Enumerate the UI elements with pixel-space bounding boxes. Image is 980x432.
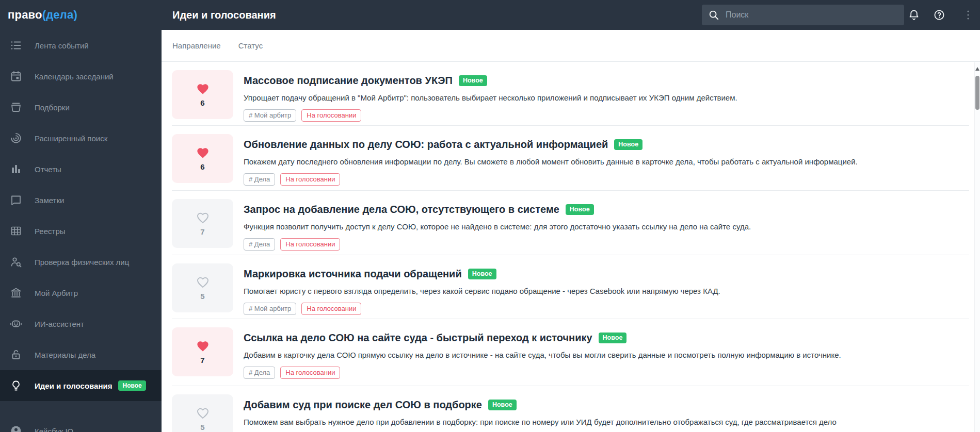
sidebar-item-label: Идеи и голосования xyxy=(35,381,112,390)
sidebar-item-label: Календарь заседаний xyxy=(35,72,114,81)
search-icon xyxy=(708,9,719,21)
scrollbar-thumb[interactable] xyxy=(975,76,979,110)
app-logo[interactable]: право(дела) xyxy=(0,0,162,30)
idea-description: Функция позволит получить доступ к делу … xyxy=(244,222,751,231)
vote-button[interactable]: 6 xyxy=(172,70,233,119)
vote-count: 7 xyxy=(200,356,204,364)
sidebar-item-ideas[interactable]: Идеи и голосованияНовое xyxy=(0,370,162,401)
ideas-icon xyxy=(10,379,22,392)
idea-title-row: Обновление данных по делу СОЮ: работа с … xyxy=(244,139,858,151)
vote-button[interactable]: 5 xyxy=(172,394,233,432)
collections-icon xyxy=(10,101,22,113)
calendar-icon xyxy=(10,70,22,82)
sidebar-item-label: Кейсбук IQ xyxy=(35,427,73,432)
feed-icon xyxy=(10,39,22,52)
idea-card[interactable]: 7Запрос на добавление дела СОЮ, отсутств… xyxy=(172,191,969,255)
sidebar-item-my-arbitr[interactable]: Мой Арбитр xyxy=(0,277,162,308)
sidebar-item-notes[interactable]: Заметки xyxy=(0,185,162,215)
scrollbar-up-arrow-icon[interactable] xyxy=(975,67,979,71)
idea-title-row: Маркировка источника подачи обращенийНов… xyxy=(244,268,720,280)
status-tag: На голосовании xyxy=(301,303,361,315)
topic-tag: # Дела xyxy=(244,367,275,379)
idea-body: Запрос на добавление дела СОЮ, отсутству… xyxy=(244,199,751,255)
vote-button[interactable]: 5 xyxy=(172,263,233,312)
sidebar-item-label: ИИ-ассистент xyxy=(35,320,84,328)
vote-count: 7 xyxy=(200,228,204,236)
sidebar-item-ai-assistant[interactable]: ИИ-ассистент xyxy=(0,308,162,339)
notifications-bell-icon[interactable] xyxy=(908,9,920,21)
heart-icon xyxy=(196,407,210,420)
idea-title-row: Добавим суд при поиске дел СОЮ в подборк… xyxy=(244,399,837,411)
sidebar-item-collections[interactable]: Подборки xyxy=(0,92,162,123)
logo-brand-accent: (дела) xyxy=(42,8,77,22)
search-input[interactable] xyxy=(725,10,898,20)
new-badge: Новое xyxy=(599,333,627,344)
topic-tag: # Дела xyxy=(244,238,275,251)
heart-icon xyxy=(196,211,210,225)
idea-card[interactable]: 5Маркировка источника подачи обращенийНо… xyxy=(172,255,969,319)
reports-icon xyxy=(10,163,22,175)
heart-icon xyxy=(196,340,210,353)
kebab-menu-icon[interactable] xyxy=(962,9,974,21)
app-window: право(дела) Лента событийКалендарь засед… xyxy=(0,0,980,432)
idea-title[interactable]: Добавим суд при поиске дел СОЮ в подборк… xyxy=(244,399,482,411)
filter-bar: Направление Статус xyxy=(162,30,980,62)
sidebar-item-label: Проверка физических лиц xyxy=(35,258,129,267)
my-arbitr-icon xyxy=(10,287,22,299)
sidebar-item-label: Реестры xyxy=(35,227,66,236)
sidebar-item-case-materials[interactable]: Материалы дела xyxy=(0,339,162,370)
sidebar-item-casebook-iq[interactable]: Кейсбук IQ xyxy=(0,416,162,432)
idea-card[interactable]: 6Массовое подписание документов УКЭПНово… xyxy=(172,62,969,126)
filter-direction[interactable]: Направление xyxy=(172,41,221,50)
idea-card[interactable]: 6Обновление данных по делу СОЮ: работа с… xyxy=(172,126,969,191)
sidebar-item-calendar[interactable]: Календарь заседаний xyxy=(0,61,162,92)
new-badge: Новое xyxy=(118,380,146,391)
idea-title[interactable]: Обновление данных по делу СОЮ: работа с … xyxy=(244,139,608,151)
vote-count: 6 xyxy=(200,99,204,107)
help-icon[interactable] xyxy=(933,9,945,21)
ideas-list: 6Массовое подписание документов УКЭПНово… xyxy=(162,62,980,432)
heart-icon xyxy=(196,82,210,96)
idea-description: Покажем дату последнего обновления инфор… xyxy=(244,157,858,166)
topic-tag: # Мой арбитр xyxy=(244,109,296,122)
search-box[interactable] xyxy=(702,5,904,25)
idea-title[interactable]: Массовое подписание документов УКЭП xyxy=(244,75,453,87)
idea-body: Добавим суд при поиске дел СОЮ в подборк… xyxy=(244,394,837,432)
sidebar-item-registers[interactable]: Реестры xyxy=(0,215,162,246)
sidebar-item-label: Расширенный поиск xyxy=(35,134,107,143)
vote-button[interactable]: 6 xyxy=(172,134,233,183)
vote-button[interactable]: 7 xyxy=(172,327,233,376)
idea-title[interactable]: Маркировка источника подачи обращений xyxy=(244,268,462,280)
sidebar-item-label: Лента событий xyxy=(35,41,89,50)
idea-description: Поможем вам выбрать нужное дело при доба… xyxy=(244,418,837,426)
idea-title[interactable]: Ссылка на дело СОЮ на сайте суда - быстр… xyxy=(244,332,592,344)
idea-tags: # ДелаНа голосовании xyxy=(244,238,751,251)
sidebar-item-label: Мой Арбитр xyxy=(35,289,78,297)
filter-status[interactable]: Статус xyxy=(238,41,263,50)
sidebar-item-reports[interactable]: Отчеты xyxy=(0,154,162,185)
case-materials-icon xyxy=(10,348,22,361)
scrollbar-track[interactable] xyxy=(974,62,980,432)
topic-tag: # Мой арбитр xyxy=(244,303,296,315)
new-badge: Новое xyxy=(459,75,487,87)
sidebar-item-feed[interactable]: Лента событий xyxy=(0,30,162,61)
sidebar-item-adv-search[interactable]: Расширенный поиск xyxy=(0,123,162,154)
vote-button[interactable]: 7 xyxy=(172,199,233,248)
idea-card[interactable]: 5Добавим суд при поиске дел СОЮ в подбор… xyxy=(172,386,969,432)
logo-brand: право xyxy=(8,8,42,22)
idea-body: Обновление данных по делу СОЮ: работа с … xyxy=(244,134,858,190)
idea-title[interactable]: Запрос на добавление дела СОЮ, отсутству… xyxy=(244,204,559,215)
casebook-iq-icon xyxy=(10,425,22,432)
idea-card[interactable]: 7Ссылка на дело СОЮ на сайте суда - быст… xyxy=(172,319,969,386)
new-badge: Новое xyxy=(566,204,594,215)
idea-title-row: Массовое подписание документов УКЭПНовое xyxy=(244,75,737,87)
idea-description: Помогает юристу с первого взгляда опреде… xyxy=(244,287,720,295)
ai-assistant-icon xyxy=(10,318,22,330)
person-check-icon xyxy=(10,256,22,268)
main-content: Направление Статус 6Массовое подписание … xyxy=(162,30,980,432)
adv-search-icon xyxy=(10,132,22,144)
sidebar-item-person-check[interactable]: Проверка физических лиц xyxy=(0,246,162,277)
idea-title-row: Запрос на добавление дела СОЮ, отсутству… xyxy=(244,204,751,215)
idea-body: Ссылка на дело СОЮ на сайте суда - быстр… xyxy=(244,327,841,386)
idea-tags: # Мой арбитрНа голосовании xyxy=(244,109,737,122)
